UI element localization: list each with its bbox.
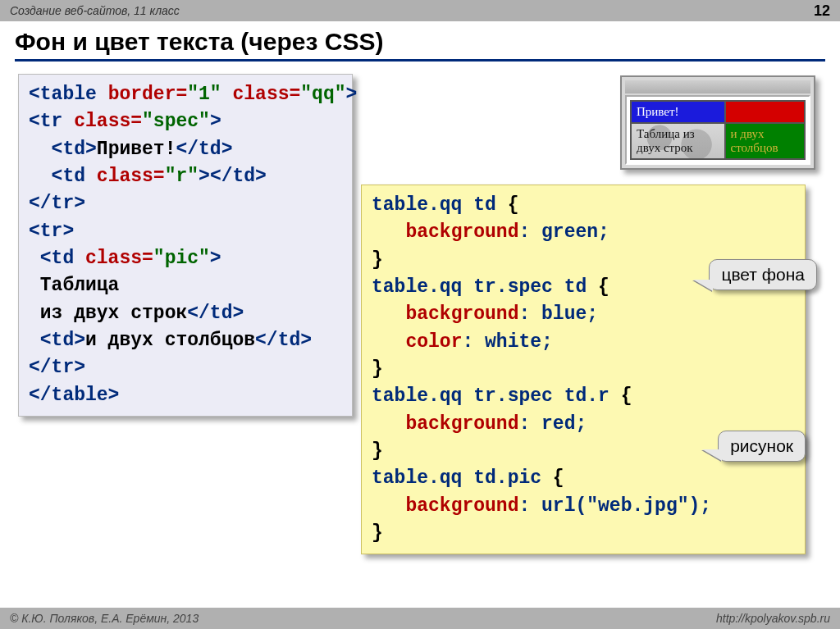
preview-cell-pic: Таблица издвух строк [631, 123, 725, 159]
callout-picture: рисунок [718, 431, 806, 462]
slide-title: Фон и цвет текста (через CSS) [15, 28, 825, 62]
preview-window: Привет! Таблица издвух строк и двухстолб… [620, 75, 815, 170]
callout-bg-color-label: цвет фона [721, 265, 805, 284]
footer-url: http://kpolyakov.spb.ru [716, 612, 830, 625]
preview-cell-red [725, 101, 806, 123]
callout-tail-icon [702, 449, 722, 461]
css-code-block: table.qq td { background: green; } table… [361, 185, 806, 554]
preview-body: Привет! Таблица издвух строк и двухстолб… [625, 95, 810, 165]
course-label: Создание веб-сайтов, 11 класс [10, 0, 180, 21]
preview-cell-right: и двухстолбцов [725, 123, 806, 159]
page-number: 12 [814, 0, 830, 21]
preview-table: Привет! Таблица издвух строк и двухстолб… [630, 100, 806, 160]
page-header: Создание веб-сайтов, 11 класс 12 [0, 0, 840, 21]
callout-picture-label: рисунок [730, 436, 793, 455]
footer-copyright: © К.Ю. Поляков, Е.А. Ерёмин, 2013 [10, 612, 199, 625]
page-footer: © К.Ю. Поляков, Е.А. Ерёмин, 2013 http:/… [0, 608, 840, 629]
callout-bg-color: цвет фона [709, 259, 817, 290]
preview-cell-hello: Привет! [631, 101, 725, 123]
html-code-block: <table border="1" class="qq"> <tr class=… [18, 74, 353, 417]
callout-tail-icon [693, 280, 713, 291]
preview-titlebar [625, 80, 810, 93]
